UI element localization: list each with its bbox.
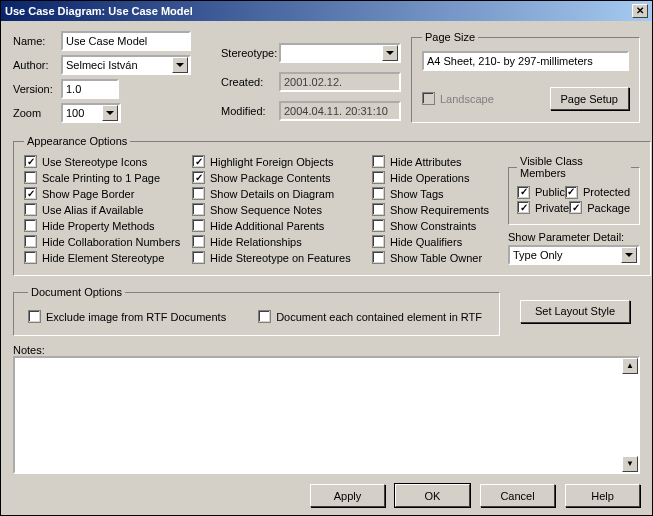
chevron-down-icon[interactable] bbox=[621, 247, 637, 263]
visible-members-list: PublicProtectedPrivatePackage bbox=[517, 185, 631, 216]
document-each-checkbox[interactable]: Document each contained element in RTF bbox=[258, 310, 482, 323]
chevron-down-icon[interactable] bbox=[172, 57, 188, 73]
appearance-check-3[interactable]: Use Alias if Available bbox=[24, 203, 184, 216]
appearance-check-0[interactable]: Highlight Foreign Objects bbox=[192, 155, 364, 168]
checkbox-icon bbox=[24, 203, 37, 216]
appearance-check-1[interactable]: Hide Operations bbox=[372, 171, 500, 184]
scroll-up-icon[interactable]: ▲ bbox=[622, 358, 638, 374]
titlebar: Use Case Diagram: Use Case Model ✕ bbox=[1, 1, 652, 21]
appearance-check-0[interactable]: Use Stereotype Icons bbox=[24, 155, 184, 168]
checkbox-icon bbox=[28, 310, 41, 323]
checkbox-icon bbox=[24, 251, 37, 264]
appearance-col1: Use Stereotype IconsScale Printing to 1 … bbox=[24, 155, 184, 264]
checkbox-icon bbox=[24, 187, 37, 200]
appearance-group: Appearance Options Use Stereotype IconsS… bbox=[13, 135, 651, 276]
close-icon[interactable]: ✕ bbox=[632, 4, 648, 18]
appearance-check-label: Show Details on Diagram bbox=[210, 188, 334, 200]
appearance-check-6[interactable]: Show Table Owner bbox=[372, 251, 500, 264]
page-size-input[interactable] bbox=[422, 51, 629, 71]
checkbox-icon bbox=[24, 155, 37, 168]
appearance-check-label: Show Sequence Notes bbox=[210, 204, 322, 216]
appearance-check-5[interactable]: Hide Relationships bbox=[192, 235, 364, 248]
appearance-check-6[interactable]: Hide Stereotype on Features bbox=[192, 251, 364, 264]
help-button[interactable]: Help bbox=[565, 484, 640, 507]
appearance-check-label: Highlight Foreign Objects bbox=[210, 156, 334, 168]
page-size-group: Page Size Landscape Page Setup bbox=[411, 31, 640, 123]
show-parameter-label: Show Parameter Detail: bbox=[508, 231, 640, 243]
zoom-value: 100 bbox=[66, 107, 102, 119]
visible-member-check-1[interactable]: Protected bbox=[565, 186, 630, 199]
dialog-content: Name: Author: Selmeci István Version: Zo… bbox=[1, 21, 652, 515]
chevron-down-icon[interactable] bbox=[102, 105, 118, 121]
show-parameter-combo[interactable]: Type Only bbox=[508, 245, 640, 265]
checkbox-icon bbox=[569, 201, 582, 214]
appearance-check-2[interactable]: Show Details on Diagram bbox=[192, 187, 364, 200]
version-input[interactable] bbox=[61, 79, 119, 99]
top-row: Name: Author: Selmeci István Version: Zo… bbox=[13, 31, 640, 123]
appearance-check-4[interactable]: Hide Property Methods bbox=[24, 219, 184, 232]
appearance-check-5[interactable]: Hide Qualifiers bbox=[372, 235, 500, 248]
exclude-rtf-checkbox[interactable]: Exclude image from RTF Documents bbox=[28, 310, 226, 323]
landscape-checkbox: Landscape bbox=[422, 92, 494, 105]
appearance-check-label: Show Constraints bbox=[390, 220, 476, 232]
checkbox-icon bbox=[192, 235, 205, 248]
notes-area: Notes: ▲ ▼ bbox=[13, 344, 640, 474]
appearance-check-label: Show Table Owner bbox=[390, 252, 482, 264]
notes-label: Notes: bbox=[13, 344, 640, 356]
appearance-check-label: Show Requirements bbox=[390, 204, 489, 216]
created-label: Created: bbox=[221, 76, 279, 88]
appearance-check-label: Show Tags bbox=[390, 188, 444, 200]
modified-label: Modified: bbox=[221, 105, 279, 117]
visible-member-check-3[interactable]: Package bbox=[569, 201, 630, 214]
landscape-label: Landscape bbox=[440, 93, 494, 105]
stereotype-combo[interactable] bbox=[279, 43, 401, 63]
visible-member-check-label: Package bbox=[587, 202, 630, 214]
appearance-check-label: Show Page Border bbox=[42, 188, 134, 200]
name-label: Name: bbox=[13, 35, 61, 47]
cancel-button[interactable]: Cancel bbox=[480, 484, 555, 507]
appearance-check-3[interactable]: Show Requirements bbox=[372, 203, 500, 216]
notes-textarea[interactable] bbox=[13, 356, 640, 474]
author-label: Author: bbox=[13, 59, 61, 71]
appearance-check-label: Hide Element Stereotype bbox=[42, 252, 164, 264]
document-each-label: Document each contained element in RTF bbox=[276, 311, 482, 323]
checkbox-icon bbox=[372, 219, 385, 232]
dialog-footer: Apply OK Cancel Help bbox=[13, 474, 640, 507]
appearance-check-3[interactable]: Show Sequence Notes bbox=[192, 203, 364, 216]
visible-member-check-label: Public bbox=[535, 186, 565, 198]
page-setup-button[interactable]: Page Setup bbox=[550, 87, 630, 110]
set-layout-button[interactable]: Set Layout Style bbox=[520, 300, 630, 323]
scroll-down-icon[interactable]: ▼ bbox=[622, 456, 638, 472]
appearance-check-label: Use Alias if Available bbox=[42, 204, 143, 216]
appearance-check-0[interactable]: Hide Attributes bbox=[372, 155, 500, 168]
appearance-check-label: Hide Relationships bbox=[210, 236, 302, 248]
chevron-down-icon[interactable] bbox=[382, 45, 398, 61]
appearance-check-1[interactable]: Scale Printing to 1 Page bbox=[24, 171, 184, 184]
checkbox-icon bbox=[258, 310, 271, 323]
appearance-check-1[interactable]: Show Package Contents bbox=[192, 171, 364, 184]
appearance-check-5[interactable]: Hide Collaboration Numbers bbox=[24, 235, 184, 248]
visible-member-check-2[interactable]: Private bbox=[517, 201, 569, 214]
name-input[interactable] bbox=[61, 31, 191, 51]
checkbox-icon bbox=[24, 219, 37, 232]
appearance-check-2[interactable]: Show Tags bbox=[372, 187, 500, 200]
dialog-window: Use Case Diagram: Use Case Model ✕ Name:… bbox=[0, 0, 653, 516]
appearance-right-panel: Visible Class Members PublicProtectedPri… bbox=[508, 155, 640, 265]
appearance-check-4[interactable]: Hide Additional Parents bbox=[192, 219, 364, 232]
appearance-check-2[interactable]: Show Page Border bbox=[24, 187, 184, 200]
ok-button[interactable]: OK bbox=[395, 484, 470, 507]
appearance-check-4[interactable]: Show Constraints bbox=[372, 219, 500, 232]
author-combo[interactable]: Selmeci István bbox=[61, 55, 191, 75]
checkbox-icon bbox=[372, 187, 385, 200]
visible-members-group: Visible Class Members PublicProtectedPri… bbox=[508, 155, 640, 225]
page-size-legend: Page Size bbox=[422, 31, 478, 43]
checkbox-icon bbox=[192, 155, 205, 168]
checkbox-icon bbox=[372, 171, 385, 184]
appearance-check-label: Hide Qualifiers bbox=[390, 236, 462, 248]
visible-member-check-0[interactable]: Public bbox=[517, 186, 565, 199]
appearance-check-6[interactable]: Hide Element Stereotype bbox=[24, 251, 184, 264]
apply-button[interactable]: Apply bbox=[310, 484, 385, 507]
checkbox-icon bbox=[24, 171, 37, 184]
zoom-combo[interactable]: 100 bbox=[61, 103, 121, 123]
appearance-check-label: Use Stereotype Icons bbox=[42, 156, 147, 168]
